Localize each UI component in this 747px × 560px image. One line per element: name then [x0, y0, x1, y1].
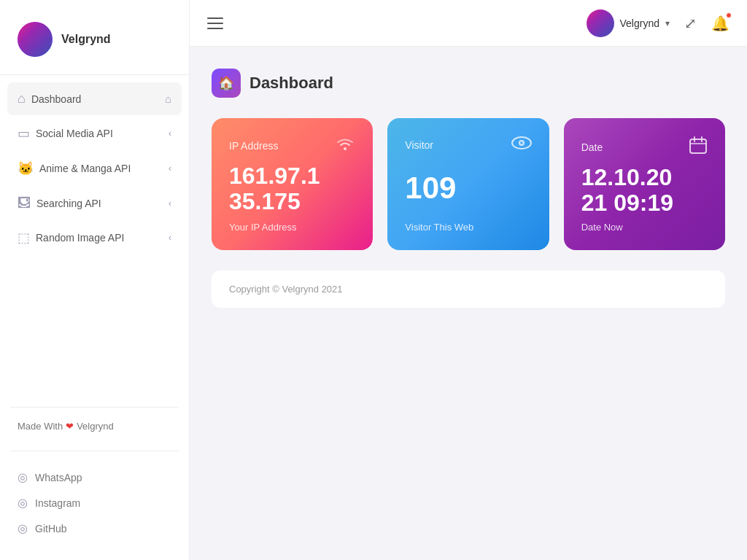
instagram-icon: ◎ [18, 496, 28, 510]
instagram-label: Instagram [35, 497, 80, 509]
card-ip-label: IP Address [229, 140, 278, 152]
card-ip-address: IP Address 161.97.1 35.175 Your IP Addre… [212, 118, 373, 250]
header-left [207, 18, 223, 29]
svg-point-3 [520, 141, 523, 144]
sidebar-item-searching-api[interactable]: ⛾ Searching API ‹ [7, 187, 182, 219]
header: Velgrynd ▾ ⤢ 🔔 [190, 0, 747, 47]
sidebar-links: ◎ WhatsApp ◎ Instagram ◎ GitHub [0, 460, 189, 545]
image-icon: ⬚ [18, 230, 30, 246]
hamburger-line-2 [207, 23, 223, 24]
wifi-icon [335, 136, 355, 156]
nav-label-social-media-api: Social Media API [36, 128, 113, 139]
sidebar-link-github[interactable]: ◎ GitHub [10, 516, 179, 541]
footer-section: Copyright © Velgrynd 2021 [212, 271, 725, 308]
whatsapp-label: WhatsApp [35, 472, 82, 483]
nav-label-dashboard: Dashboard [31, 93, 82, 105]
sidebar: Velgrynd ⌂ Dashboard ⌂ ▭ Social Media AP… [0, 0, 190, 560]
chevron-icon-image: ‹ [169, 233, 171, 243]
github-label: GitHub [35, 523, 67, 534]
monitor-icon: ▭ [18, 125, 30, 141]
made-with-text: Made With [18, 421, 63, 432]
nav-label-anime-manga-api: Anime & Manga API [39, 163, 131, 174]
header-user-menu[interactable]: Velgrynd ▾ [587, 9, 670, 37]
main-area: Velgrynd ▾ ⤢ 🔔 🏠 Dashboard IP Address [190, 0, 747, 560]
nav-label-searching-api: Searching API [36, 198, 101, 209]
hamburger-menu[interactable] [207, 18, 223, 29]
sidebar-item-social-media-api[interactable]: ▭ Social Media API ‹ [7, 117, 182, 150]
header-avatar [587, 9, 614, 37]
card-visitor: Visitor 109 Visitor This Web [387, 118, 549, 250]
header-chevron-icon: ▾ [665, 18, 670, 28]
calendar-icon [689, 136, 708, 159]
heart-icon: ❤ [66, 421, 74, 432]
chevron-icon-social: ‹ [169, 128, 171, 139]
page-title: Dashboard [249, 74, 333, 93]
profile-name: Velgrynd [61, 33, 111, 46]
sidebar-item-random-image-api[interactable]: ⬚ Random Image API ‹ [7, 221, 182, 254]
card-visitor-label: Visitor [405, 139, 433, 151]
home-icon: ⌂ [18, 91, 26, 106]
hamburger-line-1 [207, 18, 223, 19]
card-date-value: 12.10.20 21 09:19 [581, 165, 708, 216]
card-date-label: Date [581, 141, 603, 153]
sidebar-item-anime-manga-api[interactable]: 🐱 Anime & Manga API ‹ [7, 152, 182, 185]
content-area: 🏠 Dashboard IP Address 161.9 [190, 47, 747, 560]
sidebar-link-whatsapp[interactable]: ◎ WhatsApp [10, 464, 179, 490]
sidebar-divider-1 [10, 407, 179, 408]
avatar [18, 22, 53, 57]
chevron-icon-anime: ‹ [169, 163, 171, 174]
card-visitor-sublabel: Visitor This Web [405, 222, 531, 233]
github-icon: ◎ [18, 521, 28, 535]
copyright-text: Copyright © Velgrynd 2021 [229, 284, 343, 295]
card-date: Date 12.10.20 21 09:19 Date Now [564, 118, 725, 250]
header-username: Velgrynd [620, 18, 659, 29]
sidebar-link-instagram[interactable]: ◎ Instagram [10, 490, 179, 516]
card-visitor-value: 109 [405, 171, 531, 205]
nav-items: ⌂ Dashboard ⌂ ▭ Social Media API ‹ 🐱 Ani… [0, 82, 189, 398]
made-with: Made With ❤ Velgrynd [0, 416, 189, 442]
notification-button[interactable]: 🔔 [711, 15, 729, 32]
whatsapp-icon: ◎ [18, 470, 28, 484]
card-ip-value: 161.97.1 35.175 [229, 163, 355, 214]
sidebar-divider-2 [10, 451, 179, 451]
header-right: Velgrynd ▾ ⤢ 🔔 [587, 9, 729, 37]
page-header: 🏠 Dashboard [212, 69, 725, 98]
sidebar-profile: Velgrynd [0, 15, 189, 75]
eye-icon [511, 136, 532, 155]
fullscreen-button[interactable]: ⤢ [684, 15, 697, 32]
camera-icon: ⛾ [18, 195, 31, 211]
hamburger-line-3 [207, 28, 223, 29]
card-date-sublabel: Date Now [581, 222, 708, 233]
page-icon: 🏠 [212, 69, 241, 98]
sidebar-item-dashboard[interactable]: ⌂ Dashboard ⌂ [7, 82, 182, 115]
nav-label-random-image-api: Random Image API [36, 232, 124, 244]
home-right-icon: ⌂ [165, 93, 171, 105]
notification-badge [726, 12, 732, 18]
cat-icon: 🐱 [18, 160, 34, 176]
made-with-name: Velgrynd [77, 421, 114, 432]
chevron-icon-searching: ‹ [169, 198, 171, 209]
card-ip-sublabel: Your IP Address [229, 222, 355, 233]
cards-row: IP Address 161.97.1 35.175 Your IP Addre… [212, 118, 725, 250]
svg-point-0 [344, 147, 347, 150]
svg-rect-4 [690, 139, 706, 153]
